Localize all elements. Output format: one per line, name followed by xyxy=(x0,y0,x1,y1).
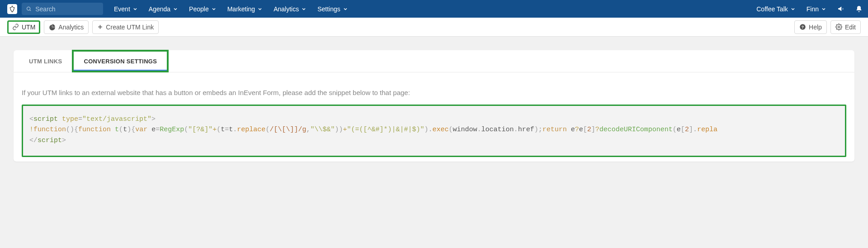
edit-label: Edit xyxy=(845,24,856,31)
menu-label: Event xyxy=(114,5,130,13)
bell-icon xyxy=(855,5,863,13)
chevron-down-icon xyxy=(301,6,307,12)
announce-button[interactable] xyxy=(832,0,850,18)
link-icon xyxy=(12,24,19,30)
menu-people[interactable]: People xyxy=(184,0,222,18)
menu-marketing[interactable]: Marketing xyxy=(222,0,268,18)
gear-icon xyxy=(835,24,842,30)
main-menu: Event Agenda People Marketing Analytics … xyxy=(108,0,354,18)
menu-label: Agenda xyxy=(149,5,170,13)
search-box[interactable] xyxy=(22,3,103,15)
panel-tabs: UTM LINKS CONVERSION SETTINGS xyxy=(14,50,854,72)
chevron-down-icon xyxy=(821,6,826,12)
svg-line-1 xyxy=(30,10,31,11)
svg-text:?: ? xyxy=(802,25,804,29)
user-name: Finn xyxy=(807,5,819,13)
search-icon xyxy=(26,6,32,12)
logo-icon xyxy=(9,5,16,13)
logo[interactable] xyxy=(7,4,17,14)
topbar-right: Coffee Talk Finn xyxy=(751,0,868,18)
analytics-button[interactable]: Analytics xyxy=(44,20,89,34)
menu-label: People xyxy=(189,5,209,13)
intro-text: If your UTM links to an external website… xyxy=(22,89,846,96)
sub-toolbar: UTM Analytics Create UTM Link ? Help Edi… xyxy=(0,18,868,37)
panel-body: If your UTM links to an external website… xyxy=(14,72,854,162)
menu-label: Settings xyxy=(317,5,340,13)
utm-button[interactable]: UTM xyxy=(7,20,40,34)
help-icon: ? xyxy=(799,24,806,30)
tab-label: CONVERSION SETTINGS xyxy=(84,58,157,65)
analytics-label: Analytics xyxy=(58,24,84,31)
chevron-down-icon xyxy=(790,6,796,12)
create-utm-button[interactable]: Create UTM Link xyxy=(92,20,159,34)
pie-chart-icon xyxy=(49,24,56,30)
main-panel: UTM LINKS CONVERSION SETTINGS If your UT… xyxy=(14,50,854,162)
event-switcher[interactable]: Coffee Talk xyxy=(751,0,801,18)
utm-label: UTM xyxy=(22,24,35,31)
notifications-button[interactable] xyxy=(850,0,868,18)
chevron-down-icon xyxy=(211,6,217,12)
chevron-down-icon xyxy=(173,6,178,12)
menu-agenda[interactable]: Agenda xyxy=(143,0,184,18)
edit-button[interactable]: Edit xyxy=(830,20,861,34)
code-snippet-frame: <script type="text/javascript"> !functio… xyxy=(22,105,846,157)
menu-settings[interactable]: Settings xyxy=(312,0,354,18)
help-label: Help xyxy=(809,24,822,31)
menu-label: Marketing xyxy=(227,5,255,13)
chevron-down-icon xyxy=(257,6,263,12)
user-menu[interactable]: Finn xyxy=(801,0,832,18)
search-input[interactable] xyxy=(35,5,99,13)
event-name: Coffee Talk xyxy=(756,5,788,13)
top-navbar: Event Agenda People Marketing Analytics … xyxy=(0,0,868,18)
menu-analytics[interactable]: Analytics xyxy=(268,0,312,18)
tab-utm-links[interactable]: UTM LINKS xyxy=(19,50,72,72)
chevron-down-icon xyxy=(132,6,138,12)
create-label: Create UTM Link xyxy=(106,24,154,31)
tab-label: UTM LINKS xyxy=(29,58,62,65)
tab-conversion-settings[interactable]: CONVERSION SETTINGS xyxy=(72,50,169,72)
svg-point-6 xyxy=(838,26,840,28)
bullhorn-icon xyxy=(837,5,845,13)
plus-icon xyxy=(97,24,103,30)
help-button[interactable]: ? Help xyxy=(794,20,827,34)
svg-point-0 xyxy=(27,7,30,10)
menu-event[interactable]: Event xyxy=(108,0,143,18)
chevron-down-icon xyxy=(343,6,348,12)
menu-label: Analytics xyxy=(274,5,299,13)
code-snippet[interactable]: <script type="text/javascript"> !functio… xyxy=(23,106,845,156)
